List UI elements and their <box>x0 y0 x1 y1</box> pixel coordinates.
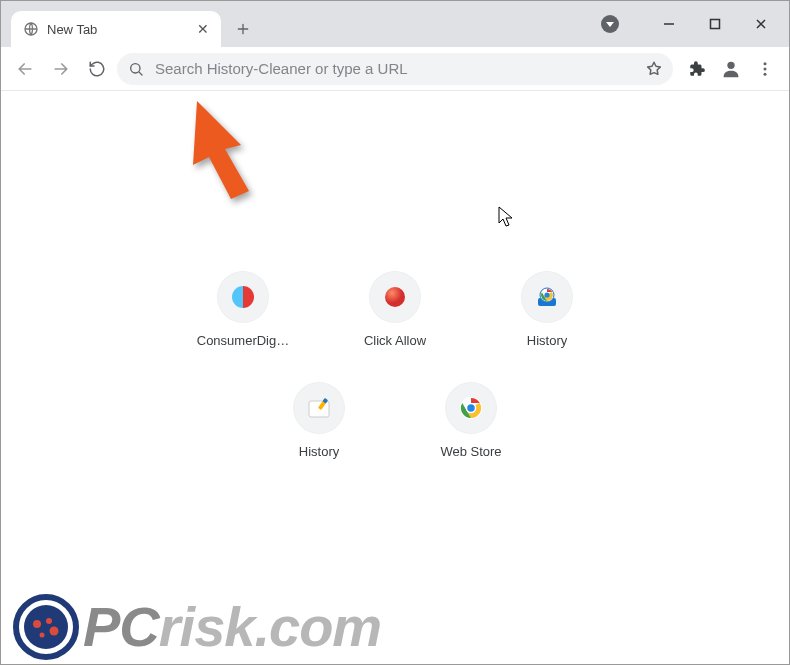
svg-marker-8 <box>193 101 249 199</box>
search-icon <box>127 60 145 78</box>
shortcut-icon <box>521 271 573 323</box>
reload-button[interactable] <box>81 53 113 85</box>
shortcut-label: Click Allow <box>364 333 426 348</box>
svg-point-6 <box>764 67 767 70</box>
forward-button[interactable] <box>45 53 77 85</box>
profile-badge-icon[interactable] <box>601 15 619 33</box>
shortcut-label: History <box>299 444 339 459</box>
tab-strip: New Tab ✕ <box>1 1 789 47</box>
svg-rect-2 <box>711 20 720 29</box>
shortcut-label: Web Store <box>440 444 501 459</box>
svg-point-7 <box>764 72 767 75</box>
svg-rect-15 <box>309 401 329 417</box>
new-tab-button[interactable] <box>229 15 257 43</box>
globe-icon <box>23 21 39 37</box>
watermark-text: PCrisk.com <box>83 599 381 655</box>
window-maximize-button[interactable] <box>693 9 737 39</box>
browser-tab[interactable]: New Tab ✕ <box>11 11 221 47</box>
toolbar-right <box>681 53 781 85</box>
svg-point-3 <box>131 63 140 72</box>
back-button[interactable] <box>9 53 41 85</box>
profile-avatar-button[interactable] <box>715 53 747 85</box>
shortcut-label: History <box>527 333 567 348</box>
annotation-arrow-icon <box>171 95 281 205</box>
shortcut-grid: ConsumerDig… Click Allow <box>185 271 605 459</box>
window-close-button[interactable] <box>739 9 783 39</box>
svg-point-5 <box>764 62 767 65</box>
omnibox-input[interactable] <box>155 60 635 77</box>
shortcut-label: ConsumerDig… <box>197 333 289 348</box>
new-tab-page: ConsumerDig… Click Allow <box>1 91 789 665</box>
svg-point-14 <box>544 292 549 297</box>
browser-toolbar <box>1 47 789 91</box>
bookmark-star-icon[interactable] <box>645 60 663 78</box>
shortcut-icon <box>369 271 421 323</box>
svg-point-24 <box>46 618 52 624</box>
shortcut-icon <box>445 382 497 434</box>
address-bar[interactable] <box>117 53 673 85</box>
tab-title: New Tab <box>47 22 187 37</box>
window-minimize-button[interactable] <box>647 9 691 39</box>
svg-point-25 <box>50 627 59 636</box>
shortcut-tile[interactable]: Click Allow <box>339 271 451 348</box>
svg-point-10 <box>385 287 405 307</box>
shortcut-icon <box>293 382 345 434</box>
shortcut-icon <box>217 271 269 323</box>
shortcut-tile[interactable]: History <box>263 382 375 459</box>
extensions-button[interactable] <box>681 53 713 85</box>
svg-point-26 <box>40 633 45 638</box>
cursor-icon <box>498 206 516 228</box>
svg-point-22 <box>24 605 68 649</box>
svg-point-4 <box>727 61 734 68</box>
shortcut-tile[interactable]: Web Store <box>415 382 527 459</box>
watermark: PCrisk.com <box>13 594 381 660</box>
watermark-badge-icon <box>13 594 79 660</box>
menu-button[interactable] <box>749 53 781 85</box>
tab-close-icon[interactable]: ✕ <box>195 21 211 37</box>
window-controls <box>647 1 789 47</box>
shortcut-tile[interactable]: History <box>491 271 603 348</box>
shortcut-tile[interactable]: ConsumerDig… <box>187 271 299 348</box>
svg-point-23 <box>33 620 41 628</box>
